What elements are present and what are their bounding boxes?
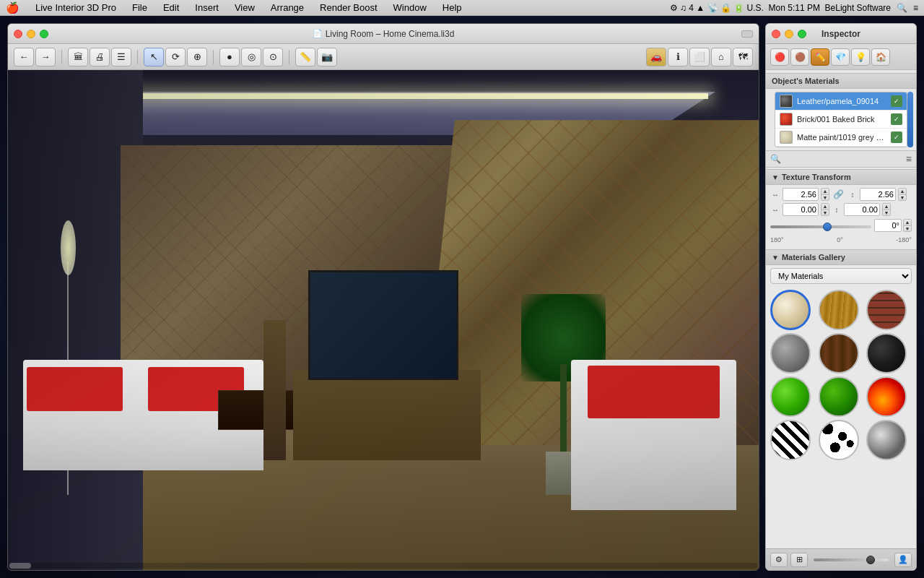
menu-window[interactable]: Window: [391, 1, 430, 14]
tt-offset-y-down[interactable]: ▼: [883, 210, 890, 216]
window-resize-handle[interactable]: [741, 30, 753, 38]
inspector-btn-light[interactable]: 💡: [851, 48, 870, 66]
gallery-item-fire[interactable]: [866, 376, 907, 417]
gallery-item-green-darker[interactable]: [819, 376, 859, 417]
inspector-btn-texture[interactable]: ✏️: [811, 48, 829, 66]
material-item-1[interactable]: Brick/001 Baked Brick ✓: [775, 111, 907, 129]
menu-file[interactable]: File: [129, 1, 150, 14]
sphere-tool-button[interactable]: ◎: [241, 48, 261, 66]
tt-scale-x-stepper[interactable]: ▲ ▼: [821, 188, 829, 201]
materials-scrollbar[interactable]: [907, 92, 913, 147]
3d-view-button[interactable]: 🚗: [646, 48, 666, 66]
tt-scale-y-stepper[interactable]: ▲ ▼: [898, 188, 907, 201]
gallery-toggle-icon[interactable]: ▼: [772, 254, 779, 262]
inspector-btn-material[interactable]: 🟤: [790, 48, 809, 66]
inspector-close-button[interactable]: [772, 30, 780, 38]
tt-offset-x-down[interactable]: ▼: [821, 210, 829, 216]
tt-offset-x-stepper[interactable]: ▲ ▼: [821, 203, 829, 216]
link-icon[interactable]: 🔗: [833, 189, 844, 199]
tt-offset-x-input[interactable]: [783, 203, 819, 216]
inspector-btn-object[interactable]: 🔴: [770, 48, 789, 66]
tt-offset-y-up[interactable]: ▲: [883, 204, 890, 210]
list-button[interactable]: ☰: [111, 48, 131, 66]
select-tool-button[interactable]: ↖: [144, 48, 164, 66]
gallery-item-metal[interactable]: [866, 420, 907, 460]
rotation-up[interactable]: ▲: [904, 220, 911, 226]
gallery-item-brick[interactable]: [866, 290, 907, 330]
rotation-stepper[interactable]: ▲ ▼: [903, 219, 912, 232]
menu-extras-icon[interactable]: ≡: [913, 3, 918, 13]
rotation-input[interactable]: [874, 219, 902, 232]
back-button[interactable]: ←: [14, 48, 34, 66]
print-button[interactable]: 🖨: [90, 48, 110, 66]
circle-tool-button[interactable]: ●: [219, 48, 240, 66]
search-icon[interactable]: 🔍: [897, 3, 907, 13]
gallery-item-stone[interactable]: [770, 333, 811, 374]
inspector-gallery-view-button[interactable]: ⊞: [790, 553, 808, 567]
tt-offset-x-up[interactable]: ▲: [821, 204, 829, 210]
gallery-dropdown[interactable]: My Materials All Materials Favorites: [770, 268, 912, 284]
tt-scale-y-up[interactable]: ▲: [899, 189, 906, 195]
gallery-item-green-bright[interactable]: [770, 376, 811, 417]
tt-toggle-icon[interactable]: ▼: [772, 173, 779, 181]
gallery-item-dark-wood[interactable]: [819, 333, 859, 374]
rotate-tool-button[interactable]: ⟳: [165, 48, 186, 66]
gallery-item-spots[interactable]: [819, 420, 859, 460]
menu-edit[interactable]: Edit: [160, 1, 182, 14]
menu-insert[interactable]: Insert: [192, 1, 222, 14]
2d-plan-button[interactable]: ⬜: [689, 48, 710, 66]
inspector-zoom-slider[interactable]: [814, 558, 889, 561]
materials-menu-icon[interactable]: ≡: [906, 153, 912, 165]
menu-app-name[interactable]: Live Interior 3D Pro: [32, 1, 119, 14]
viewport[interactable]: [8, 70, 759, 570]
material-icon-1: ✓: [891, 113, 902, 125]
tt-offset-y-input[interactable]: [844, 203, 880, 216]
map-button[interactable]: 🗺: [733, 48, 753, 66]
move-tool-button[interactable]: ⊕: [187, 48, 207, 66]
menu-render-boost[interactable]: Render Boost: [317, 1, 380, 14]
tt-offset-y-stepper[interactable]: ▲ ▼: [882, 203, 891, 216]
floor-plan-button[interactable]: 🏛: [68, 48, 88, 66]
texture-transform-header: ▼ Texture Transform: [766, 169, 916, 185]
menu-arrange[interactable]: Arrange: [268, 1, 307, 14]
tt-scale-x-input[interactable]: [783, 188, 819, 201]
rotation-slider[interactable]: [770, 225, 871, 228]
measure-tool-button[interactable]: 📏: [295, 48, 315, 66]
material-item-2[interactable]: Matte paint/1019 grey beige ✓: [775, 129, 907, 147]
ellipse-tool-button[interactable]: ⊙: [263, 48, 283, 66]
menu-help[interactable]: Help: [440, 1, 465, 14]
inspector-person-button[interactable]: 👤: [894, 553, 912, 567]
scrollbar-thumb[interactable]: [9, 563, 31, 569]
materials-scrollbar-thumb[interactable]: [907, 92, 913, 147]
scene-canvas[interactable]: [8, 70, 759, 570]
gallery-item-very-dark[interactable]: [866, 333, 907, 374]
inspector-btn-scene[interactable]: 🏠: [871, 48, 890, 66]
gallery-item-cream[interactable]: [770, 290, 811, 330]
rotation-down[interactable]: ▼: [904, 226, 911, 232]
rotation-thumb[interactable]: [823, 223, 832, 231]
minimize-button[interactable]: [27, 30, 35, 38]
tt-scale-x-down[interactable]: ▼: [821, 195, 829, 201]
close-button[interactable]: [14, 30, 22, 38]
viewport-scrollbar[interactable]: [9, 563, 757, 569]
gallery-item-wood-light[interactable]: [819, 290, 859, 330]
info-button[interactable]: ℹ: [668, 48, 688, 66]
maximize-button[interactable]: [40, 30, 48, 38]
apple-menu[interactable]: 🍎: [6, 1, 19, 14]
inspector-min-button[interactable]: [785, 30, 793, 38]
inspector-settings-button[interactable]: ⚙: [770, 553, 788, 567]
camera-button[interactable]: 📷: [317, 48, 337, 66]
tt-scale-x-row: ↔ ▲ ▼ 🔗 ↕ ▲ ▼: [770, 188, 912, 201]
menu-view[interactable]: View: [232, 1, 258, 14]
inspector-btn-shadow[interactable]: 💎: [831, 48, 850, 66]
search-material-icon[interactable]: 🔍: [770, 154, 781, 164]
tt-scale-y-input[interactable]: [860, 188, 896, 201]
home-button[interactable]: ⌂: [711, 48, 731, 66]
inspector-zoom-thumb[interactable]: [866, 556, 875, 564]
tt-scale-y-down[interactable]: ▼: [899, 195, 906, 201]
forward-button[interactable]: →: [35, 48, 56, 66]
tt-scale-x-up[interactable]: ▲: [821, 189, 829, 195]
gallery-item-zebra[interactable]: [770, 420, 811, 460]
material-item-0[interactable]: Leather/pamela_09014 ✓: [775, 92, 907, 111]
inspector-max-button[interactable]: [798, 30, 806, 38]
